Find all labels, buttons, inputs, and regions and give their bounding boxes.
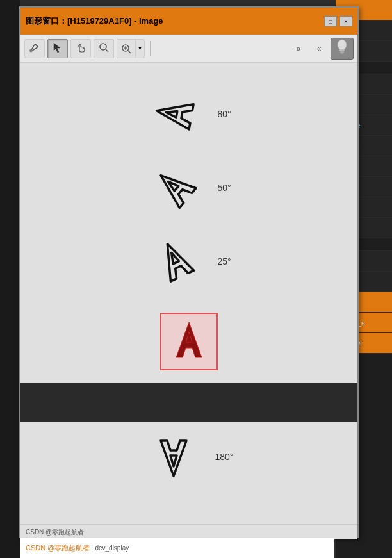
black-region — [20, 383, 357, 422]
degree-label-50: 50° — [217, 183, 231, 193]
zoom-tool-button[interactable] — [94, 39, 114, 58]
pointer-tool-button[interactable] — [47, 39, 68, 58]
letter-A-180 — [151, 431, 196, 482]
svg-line-6 — [128, 51, 131, 53]
pointer-icon — [52, 42, 63, 56]
letter-container-180 — [145, 428, 202, 486]
title-bar: 图形窗口：[H1519729A1F0] - Image □ × — [20, 8, 357, 35]
main-window: 图形窗口：[H1519729A1F0] - Image □ × — [19, 6, 359, 538]
image-viewport: 80° 50° 25° — [20, 63, 357, 524]
bottom-bar: CSDN @零跑起航者 dev_display — [20, 537, 334, 558]
minimize-icon: □ — [329, 18, 332, 25]
nav-forward-icon: » — [297, 44, 301, 53]
letter-row-180: 180° — [20, 428, 357, 486]
window-title: 图形窗口：[H1519729A1F0] - Image — [26, 15, 324, 27]
toolbar-right-group: » « — [290, 38, 354, 60]
svg-point-0 — [30, 49, 33, 52]
letter-container-25 — [147, 233, 204, 290]
degree-label-25: 25° — [217, 256, 231, 267]
dropdown-arrow-icon: ▼ — [135, 40, 144, 58]
letter-row-0 — [20, 313, 357, 370]
letter-container-80 — [147, 85, 204, 143]
status-text: CSDN @零跑起航者 — [26, 528, 84, 537]
brush-icon — [29, 42, 40, 56]
svg-rect-10 — [339, 49, 345, 51]
nav-forward-button[interactable]: » — [290, 40, 307, 58]
letter-A-25 — [153, 236, 198, 287]
svg-line-4 — [106, 49, 108, 52]
hand-icon — [75, 42, 86, 56]
zoom-plus-tool-button[interactable]: ▼ — [117, 39, 145, 58]
svg-rect-12 — [341, 53, 343, 54]
letter-A-50 — [153, 162, 198, 213]
toolbar-separator-1 — [150, 41, 151, 56]
close-button[interactable]: × — [339, 16, 352, 26]
letter-row-80: 80° — [20, 85, 357, 143]
window-controls: □ × — [324, 16, 352, 26]
degree-label-80: 80° — [217, 109, 231, 119]
toolbar: ▼ » « — [20, 35, 357, 63]
svg-point-9 — [338, 40, 347, 50]
hand-tool-button[interactable] — [70, 39, 91, 58]
minimize-button[interactable]: □ — [324, 16, 337, 26]
svg-marker-1 — [54, 43, 60, 53]
csdn-watermark: CSDN @零跑起航者 — [26, 543, 90, 553]
nav-back-button[interactable]: « — [310, 40, 328, 58]
brush-tool-button[interactable] — [24, 39, 45, 58]
nav-back-icon: « — [317, 44, 322, 53]
close-icon: × — [344, 18, 348, 25]
letter-container-50 — [147, 159, 204, 217]
zoom-plus-icon — [117, 43, 135, 54]
letter-row-25: 25° — [20, 233, 357, 290]
svg-rect-11 — [340, 51, 344, 53]
letter-A-80 — [153, 88, 198, 140]
bottom-code-hint: dev_display — [95, 545, 129, 552]
lamp-icon — [335, 38, 349, 59]
zoom-icon — [98, 42, 110, 56]
svg-point-3 — [100, 44, 106, 50]
light-button[interactable] — [331, 38, 354, 60]
left-panel — [0, 0, 20, 558]
degree-label-180: 180° — [215, 452, 234, 462]
letter-row-50: 50° — [20, 159, 357, 217]
letter-container-0[interactable] — [160, 313, 218, 370]
letter-A-0 — [167, 316, 211, 367]
